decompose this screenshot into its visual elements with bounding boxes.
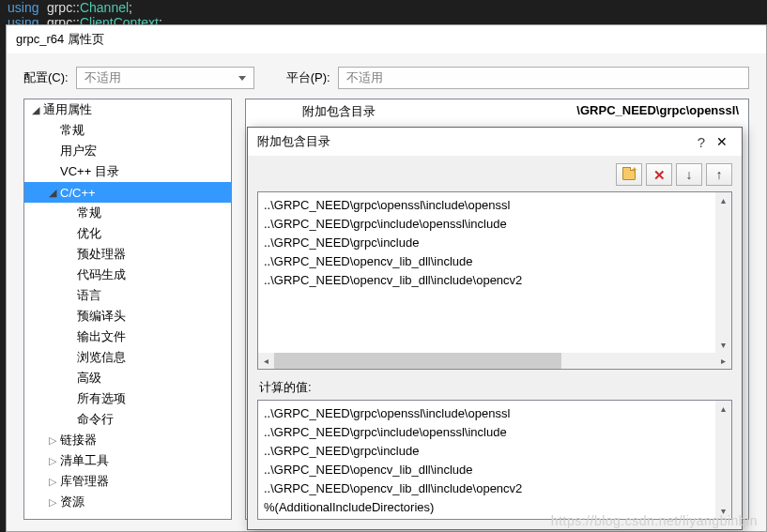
- tree-item-label: 优化: [77, 225, 101, 242]
- calculated-values-box: ..\GRPC_NEED\grpc\openssl\include\openss…: [257, 400, 732, 520]
- tree-item[interactable]: 用户宏: [24, 141, 231, 161]
- tree-item-label: 常规: [77, 205, 101, 221]
- config-label: 配置(C):: [23, 69, 69, 86]
- tree-item[interactable]: 预处理器: [24, 244, 231, 265]
- scroll-up-icon[interactable]: ▴: [715, 401, 731, 417]
- scroll-right-icon[interactable]: ▸: [715, 353, 731, 369]
- prop-name: 附加包含目录: [302, 103, 376, 120]
- tree-item-label: 所有选项: [77, 390, 126, 407]
- tree-item-label: 高级: [77, 370, 101, 387]
- tree-item-label: 清单工具: [60, 452, 109, 469]
- tree-item-label: C/C++: [60, 186, 96, 200]
- platform-label: 平台(P):: [286, 69, 330, 86]
- tree-item[interactable]: 浏览信息: [24, 347, 231, 368]
- vertical-scrollbar[interactable]: ▴▾: [715, 192, 731, 353]
- tree-item-label: 命令行: [77, 411, 114, 428]
- dialog-titlebar: 附加包含目录 ? ✕: [248, 128, 742, 156]
- platform-value: 不适用: [346, 69, 383, 86]
- window-title: grpc_r64 属性页: [7, 25, 766, 53]
- horizontal-scrollbar[interactable]: ◂▸: [258, 353, 731, 369]
- expand-icon[interactable]: ▷: [47, 496, 58, 509]
- tree-item[interactable]: 输出文件: [24, 327, 231, 347]
- tree-item[interactable]: 预编译头: [24, 306, 231, 327]
- tree-item[interactable]: ▷资源: [24, 492, 231, 512]
- tree-item[interactable]: 所有选项: [24, 388, 231, 409]
- scroll-thumb[interactable]: [274, 353, 561, 369]
- arrow-up-icon: ↑: [716, 168, 723, 181]
- tree-item-label: 链接器: [60, 432, 97, 448]
- tree-item[interactable]: 优化: [24, 223, 231, 244]
- folder-icon: ✦: [622, 170, 636, 180]
- tree-item[interactable]: 命令行: [24, 409, 231, 430]
- tree-item-label: 常规: [60, 122, 84, 139]
- additional-include-dirs-dialog: 附加包含目录 ? ✕ ✦ ✕ ↓ ↑ ..\GRPC_NEED\grpc\ope…: [247, 127, 743, 530]
- arrow-down-icon: ↓: [686, 168, 693, 181]
- dialog-toolbar: ✦ ✕ ↓ ↑: [248, 156, 742, 191]
- tree-item-label: 用户宏: [60, 143, 97, 160]
- tree-item[interactable]: ▷链接器: [24, 430, 231, 450]
- tree-item[interactable]: 常规: [24, 120, 231, 141]
- tree-item-label: 资源: [60, 494, 84, 510]
- dialog-title: 附加包含目录: [257, 133, 330, 150]
- property-row-peek: 附加包含目录 \GRPC_NEED\grpc\openssl\: [302, 103, 739, 120]
- collapse-icon[interactable]: ◢: [30, 104, 41, 116]
- help-button[interactable]: ?: [691, 134, 712, 150]
- config-value: 不适用: [84, 69, 121, 86]
- chevron-down-icon: [238, 76, 246, 81]
- tree-item[interactable]: ▷清单工具: [24, 450, 231, 471]
- tree-item[interactable]: 语言: [24, 285, 231, 306]
- config-row: 配置(C): 不适用 平台(P): 不适用: [7, 53, 766, 99]
- scroll-up-icon[interactable]: ▴: [715, 192, 731, 208]
- platform-combo[interactable]: 不适用: [338, 67, 749, 89]
- expand-icon[interactable]: ▷: [47, 434, 58, 447]
- collapse-icon[interactable]: ◢: [47, 187, 58, 199]
- tree-item[interactable]: VC++ 目录: [24, 161, 231, 182]
- calculated-label: 计算的值:: [259, 379, 730, 396]
- paths-text[interactable]: ..\GRPC_NEED\grpc\openssl\include\openss…: [258, 192, 731, 353]
- prop-value: \GRPC_NEED\grpc\openssl\: [576, 103, 739, 120]
- tree-item-label: 库管理器: [60, 473, 109, 490]
- tree-item-label: 通用属性: [43, 101, 92, 118]
- x-icon: ✕: [653, 168, 666, 182]
- move-up-button[interactable]: ↑: [706, 163, 732, 186]
- expand-icon[interactable]: ▷: [47, 455, 58, 467]
- vertical-scrollbar[interactable]: ▴▾: [715, 401, 731, 519]
- tree-item[interactable]: 常规: [24, 203, 231, 223]
- tree-item-label: 输出文件: [77, 328, 126, 345]
- new-folder-button[interactable]: ✦: [616, 163, 642, 186]
- tree-item-label: 预处理器: [77, 246, 126, 263]
- close-button[interactable]: ✕: [712, 134, 732, 149]
- tree-item[interactable]: ▷库管理器: [24, 471, 231, 492]
- tree-item[interactable]: ◢C/C++: [24, 182, 231, 203]
- tree-item-label: 预编译头: [77, 308, 126, 325]
- tree-item[interactable]: 代码生成: [24, 265, 231, 285]
- move-down-button[interactable]: ↓: [676, 163, 702, 186]
- expand-icon[interactable]: ▷: [47, 476, 58, 488]
- calculated-text: ..\GRPC_NEED\grpc\openssl\include\openss…: [258, 401, 731, 520]
- tree-panel[interactable]: ◢通用属性常规用户宏VC++ 目录◢C/C++常规优化预处理器代码生成语言预编译…: [23, 99, 232, 520]
- tree-item-label: 代码生成: [77, 266, 126, 283]
- editor-background: using grpc::Channel; using grpc::ClientC…: [0, 0, 767, 24]
- delete-button[interactable]: ✕: [646, 163, 672, 186]
- scroll-down-icon[interactable]: ▾: [715, 503, 731, 519]
- paths-edit-box[interactable]: ..\GRPC_NEED\grpc\openssl\include\openss…: [257, 191, 732, 370]
- scroll-left-icon[interactable]: ◂: [258, 353, 274, 369]
- tree-item-label: 语言: [77, 287, 101, 304]
- scroll-down-icon[interactable]: ▾: [715, 337, 731, 353]
- tree-item-label: 浏览信息: [77, 349, 126, 366]
- config-combo[interactable]: 不适用: [76, 67, 254, 89]
- tree-item[interactable]: 高级: [24, 368, 231, 388]
- tree-item-label: VC++ 目录: [60, 163, 119, 180]
- tree-item[interactable]: ◢通用属性: [24, 99, 231, 120]
